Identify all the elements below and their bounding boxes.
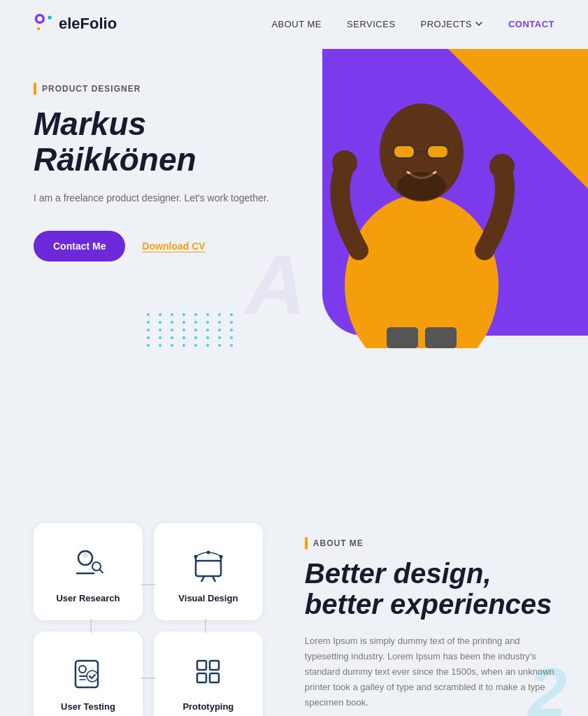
svg-rect-36 [210,673,219,682]
service-card-user-testing-label: User Testing [61,701,115,712]
svg-point-9 [332,150,357,176]
about-content: ABOUT ME Better design, better experienc… [305,523,554,716]
svg-point-18 [83,552,88,558]
svg-rect-7 [427,145,448,158]
service-card-user-testing: User Testing [34,631,143,716]
svg-rect-34 [210,661,219,670]
visual-design-icon [189,544,228,583]
hero-person-image [303,55,540,348]
service-card-prototyping-label: Prototyping [182,701,234,712]
hero-badge-text: PRODUCT DESIGNER [42,84,141,94]
nav-projects[interactable]: PROJECTS [421,19,472,29]
service-card-prototyping: Prototyping [154,631,263,716]
svg-rect-6 [394,145,415,158]
connector-v2 [205,619,206,633]
about-title-line1: Better design, [305,558,492,589]
chevron-down-icon [475,20,483,28]
hero-content: PRODUCT DESIGNER Markus Räikkönen I am a… [34,62,294,341]
hero-title: Markus Räikkönen [34,106,294,177]
prototyping-icon [189,652,228,692]
svg-point-4 [345,194,499,348]
svg-rect-35 [197,673,206,682]
nav-services[interactable]: SERVICES [347,19,396,29]
badge-bar [34,83,36,95]
hero-image-area [294,62,555,341]
deco-number: 2 [528,652,567,716]
connector-h2 [141,678,155,679]
svg-point-1 [37,16,42,21]
user-search-icon [69,544,108,583]
svg-point-3 [37,27,40,30]
service-card-user-research: User Research [34,523,143,620]
nav-about[interactable]: ABOUT ME [271,19,322,29]
about-badge: ABOUT ME [305,537,554,550]
logo[interactable]: eleFolio [34,13,117,35]
svg-point-10 [489,154,515,179]
about-badge-text: ABOUT ME [313,538,364,548]
svg-point-30 [87,671,98,682]
about-section: User Research [0,467,588,716]
download-cv-button[interactable]: Download CV [142,241,205,252]
about-badge-bar [305,537,308,550]
service-cards-grid: User Research [34,523,263,716]
connector-v1 [90,619,92,633]
nav-links: ABOUT ME SERVICES PROJECTS CONTACT [271,17,554,30]
service-card-user-research-label: User Research [56,593,120,603]
svg-line-17 [100,570,103,573]
navbar: eleFolio ABOUT ME SERVICES PROJECTS CONT… [0,0,588,48]
svg-point-29 [79,666,86,673]
hero-section: PRODUCT DESIGNER Markus Räikkönen I am a… [0,48,588,355]
service-card-visual-design: Visual Design [154,523,263,620]
svg-rect-33 [197,661,206,670]
service-card-visual-design-label: Visual Design [178,593,238,603]
svg-point-2 [48,15,51,19]
about-title: Better design, better experiences [305,558,554,620]
contact-me-button[interactable]: Contact Me [34,231,125,262]
hero-badge: PRODUCT DESIGNER [34,83,294,95]
about-title-line2: better experiences [305,589,552,620]
svg-rect-12 [425,327,457,348]
hero-subtitle: I am a freelance product designer. Let's… [34,191,294,206]
svg-rect-11 [387,327,418,348]
svg-point-13 [397,172,446,200]
about-body-text: Lorem Ipsum is simply dummy text of the … [305,633,554,710]
user-testing-icon [69,652,108,692]
svg-rect-19 [196,561,221,576]
nav-contact[interactable]: CONTACT [508,19,554,29]
connector-h1 [141,584,155,585]
svg-point-16 [92,562,101,571]
brand-name: eleFolio [59,15,117,33]
hero-buttons: Contact Me Download CV [34,231,294,262]
dot-pattern-decoration [0,355,588,425]
